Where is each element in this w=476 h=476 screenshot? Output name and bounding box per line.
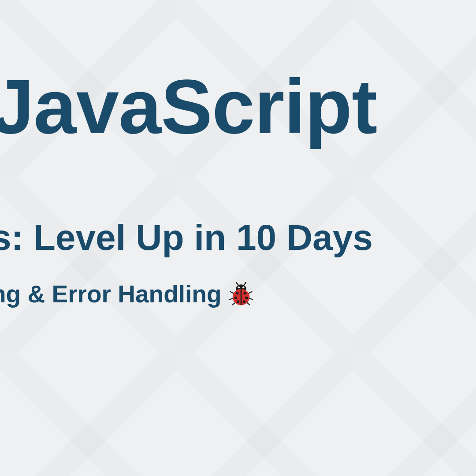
- svg-rect-8: [240, 289, 242, 305]
- svg-point-11: [234, 297, 237, 299]
- svg-point-6: [245, 282, 246, 284]
- svg-line-20: [247, 303, 249, 305]
- svg-line-17: [229, 298, 232, 299]
- topic-line: ng & Error Handling: [0, 279, 476, 309]
- svg-point-9: [236, 292, 238, 294]
- main-title: JavaScript: [0, 66, 476, 147]
- svg-point-2: [242, 286, 244, 288]
- topic-text: ng & Error Handling: [0, 279, 222, 309]
- svg-point-13: [236, 300, 239, 303]
- ladybug-icon: [229, 282, 253, 306]
- svg-point-10: [243, 292, 246, 294]
- svg-line-18: [249, 298, 253, 299]
- svg-point-5: [235, 282, 237, 284]
- svg-point-12: [245, 297, 248, 299]
- svg-line-16: [249, 292, 252, 294]
- svg-line-19: [232, 303, 234, 305]
- subtitle: s: Level Up in 10 Days: [0, 218, 476, 257]
- svg-point-14: [242, 300, 245, 303]
- svg-line-15: [230, 292, 233, 294]
- svg-point-1: [238, 286, 239, 288]
- content-area: JavaScript s: Level Up in 10 Days ng & E…: [0, 0, 476, 309]
